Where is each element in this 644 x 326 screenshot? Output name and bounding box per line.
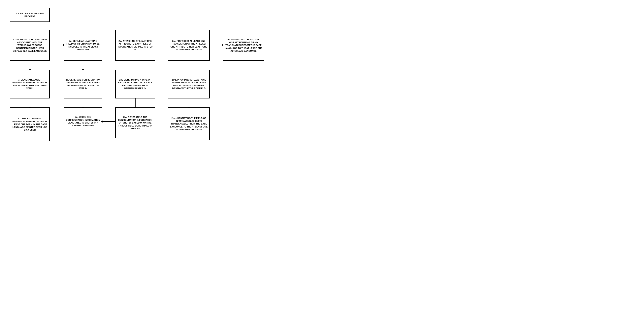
step2a1-box: 2a₁. ATTACHING AT LEAST ONE ATTRIBUTE TO… (115, 30, 155, 61)
step2b1s-box: 2b¹s. PROVIDING AT LEAST ONE TRANSLATION… (168, 70, 210, 99)
step1-box: 1. IDENTIFY A WORKFLOW PROCESS (10, 8, 50, 22)
arrow-2b1-to-2b2 (135, 99, 136, 107)
step4-box: 4. DISPLAY THE USER INTERFACE VERSION OF… (10, 107, 50, 141)
arrow-2-to-2a (50, 45, 64, 45)
step2a3-box: 2a₃. IDENTIFYING THE AT LEAST ONE ATTRIB… (222, 30, 264, 61)
arrow-2a2-to-2a3 (210, 45, 222, 45)
step2b2-box: 2b₂. GENERATING THE CONFIGURATION INFORM… (115, 107, 155, 138)
arrow-2a-to-2a1 (102, 45, 115, 45)
arrow-2b1-to-2b1s (155, 84, 168, 84)
step2a2-box: 2a₂. PROVIDING AT LEAST ONE TRANSLATION … (168, 30, 210, 61)
step2a-box: 2a. DEFINE AT LEAST ONE FIELD OF INFORMA… (64, 30, 102, 61)
step3-box: 3. GENERATE A USER INTERFACE VERSION OF … (10, 70, 50, 99)
step2b-box: 2b. GENERATE CONFIGURATION INFORMATION F… (64, 70, 102, 99)
step2-box: 2. CREATE AT LEAST ONE FORM ASSOCIATED W… (10, 30, 50, 61)
arrow-2a1-to-2a2 (155, 45, 168, 45)
arrow-2b2-to-2b (102, 121, 115, 122)
step2b1b-box: 2b₁b.IDENTIFYING THE FIELD OF INFORMATIO… (168, 107, 210, 140)
step2b1-box: 2b₁. DETERMINING A TYPE OF FIELD ASSOCIA… (115, 70, 155, 99)
arrow-1-to-2 (30, 22, 30, 30)
arrow-2b-to-2b1 (102, 84, 115, 84)
arrow-3-to-4 (30, 99, 30, 107)
workflow-diagram: 1. IDENTIFY A WORKFLOW PROCESS 2. CREATE… (4, 4, 318, 159)
arrow-2a-to-2b (83, 61, 83, 70)
step2c-box: 2c. STORE THE CONFIGURATION INFORMATION … (64, 107, 102, 135)
arrow-2b-to-2c (83, 99, 83, 107)
arrow-2-to-3 (30, 61, 30, 70)
arrow-2b1s-to-2b1b (189, 99, 189, 107)
